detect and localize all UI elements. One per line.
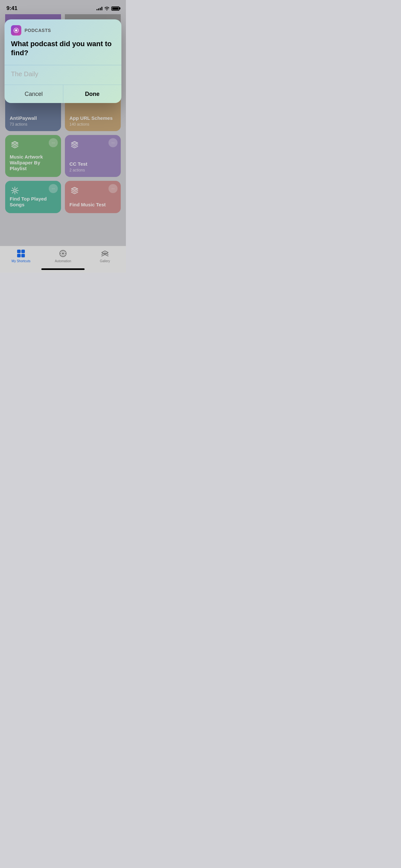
- modal-done-button[interactable]: Done: [63, 85, 122, 103]
- modal-header: PODCASTS What podcast did you want to fi…: [4, 20, 121, 65]
- modal-input-area[interactable]: The Daily: [4, 65, 121, 85]
- modal-app-name: PODCASTS: [25, 28, 51, 33]
- home-indicator: [41, 268, 85, 270]
- modal-input-placeholder: The Daily: [11, 70, 38, 78]
- modal-dialog: PODCASTS What podcast did you want to fi…: [4, 20, 121, 103]
- modal-buttons: Cancel Done: [4, 85, 121, 103]
- podcasts-app-icon: [11, 25, 21, 35]
- modal-app-row: PODCASTS: [11, 25, 115, 35]
- modal-cancel-button[interactable]: Cancel: [4, 85, 63, 103]
- modal-question: What podcast did you want to find?: [11, 39, 115, 62]
